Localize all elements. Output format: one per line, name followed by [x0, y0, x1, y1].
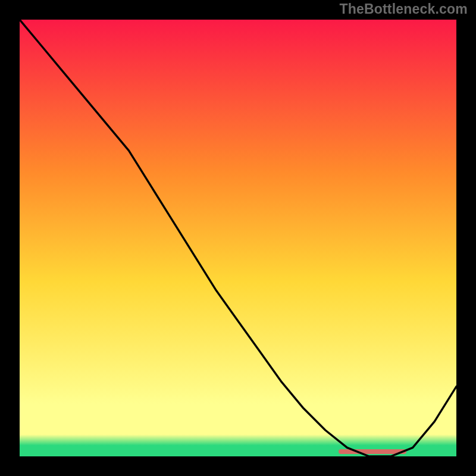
plot-area — [20, 20, 456, 456]
chart-frame: TheBottleneck.com — [0, 0, 476, 476]
watermark-text: TheBottleneck.com — [339, 1, 468, 17]
curve-path — [20, 20, 456, 456]
bottleneck-curve — [20, 20, 456, 456]
